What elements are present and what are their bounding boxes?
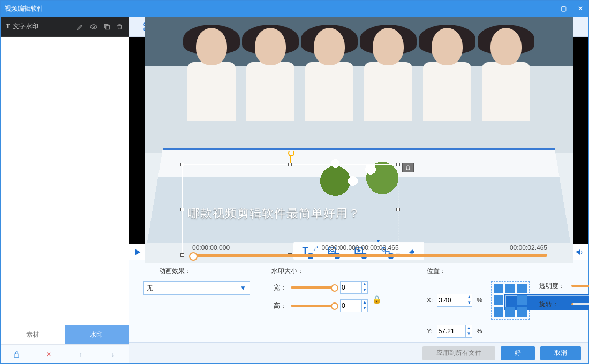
time-range: 00:00:00.000-00:00:02.465 [313, 244, 398, 252]
height-slider[interactable] [291, 305, 336, 307]
height-spinner[interactable]: ▲▼ [340, 299, 368, 312]
sidebar-toolbar: ✕ ↑ ↓ [1, 344, 129, 363]
window-buttons: — ▢ ✕ [542, 5, 584, 12]
visibility-eye-icon[interactable] [89, 23, 98, 31]
sidebar-header: T 文字水印 [1, 17, 129, 37]
sidebar: T 文字水印 [1, 17, 129, 363]
timeline-track[interactable] [192, 254, 547, 257]
anchor-n[interactable] [505, 284, 515, 293]
cancel-button[interactable]: 取消 [540, 346, 581, 360]
main-area: T 文字水印 [1, 17, 588, 363]
y-label: Y: [427, 328, 433, 335]
height-label: 高： [271, 301, 286, 310]
x-spinner[interactable]: ▲▼ [437, 294, 472, 307]
anchor-ne[interactable] [517, 284, 527, 293]
tab-watermark[interactable]: 水印 [65, 325, 129, 344]
move-down-icon[interactable]: ↓ [103, 347, 122, 362]
svg-point-0 [93, 26, 95, 28]
title-bar: 视频编辑软件 — ▢ ✕ [1, 1, 588, 17]
tab-material[interactable]: 素材 [1, 325, 65, 344]
rotate-label: 旋转： [539, 300, 567, 309]
resize-handle-nw[interactable] [180, 163, 184, 166]
anim-select[interactable]: 无 ▼ [143, 281, 250, 295]
time-end: 00:00:02.465 [510, 244, 547, 252]
sidebar-header-label: 文字水印 [13, 22, 39, 31]
pos-label: 位置： [427, 267, 534, 276]
timeline[interactable]: 00:00:00.000 00:00:00.000-00:00:02.465 0… [162, 244, 549, 260]
anchor-s[interactable] [505, 307, 515, 317]
anim-label: 动画效果： [159, 267, 266, 276]
text-watermark-icon: T [6, 22, 10, 31]
content-area: 剪切 旋转和裁剪 特效 水印 音乐 [129, 17, 588, 363]
anchor-grid[interactable] [491, 281, 530, 320]
minimize-button[interactable]: — [542, 5, 550, 12]
lock-icon[interactable] [7, 347, 26, 362]
anchor-se[interactable] [517, 307, 527, 317]
resize-handle-n[interactable] [288, 163, 292, 166]
footer-bar: 应用到所有文件 好 取消 [129, 342, 588, 363]
size-label: 水印大小： [271, 267, 421, 276]
rotate-slider[interactable] [571, 303, 589, 305]
svg-rect-2 [14, 354, 19, 357]
app-window: 视频编辑软件 — ▢ ✕ T 文字水印 [0, 0, 589, 364]
volume-icon[interactable] [575, 248, 584, 256]
time-start: 00:00:00.000 [192, 244, 230, 252]
transport-bar: 00:00:00.000 00:00:00.000-00:00:02.465 0… [129, 244, 588, 260]
edit-pencil-icon[interactable] [313, 245, 319, 251]
opacity-label: 透明度： [539, 282, 567, 291]
width-spinner[interactable]: ▲▼ [340, 281, 368, 294]
window-title: 视频编辑软件 [5, 4, 43, 13]
apply-all-button: 应用到所有文件 [422, 346, 495, 360]
resize-handle-ne[interactable] [396, 163, 400, 166]
y-spinner[interactable]: ▲▼ [437, 325, 472, 338]
preview-frame: 哪款视频剪辑软件最简单好用？ ▾ T+ + + + [145, 17, 573, 263]
rotate-handle-icon[interactable] [286, 150, 294, 163]
delete-trash-icon[interactable] [116, 23, 123, 31]
sidebar-body [1, 37, 129, 325]
anchor-sw[interactable] [494, 307, 503, 317]
resize-handle-e[interactable] [396, 208, 400, 211]
close-button[interactable]: ✕ [577, 5, 584, 12]
duplicate-icon[interactable] [103, 23, 111, 31]
properties-panel: 动画效果： 无 ▼ 水印大小： 宽： ▲▼ 🔒 [129, 260, 588, 342]
move-up-icon[interactable]: ↑ [71, 347, 90, 362]
edit-pencil-icon[interactable] [77, 23, 84, 31]
width-slider[interactable] [291, 286, 336, 289]
video-preview[interactable]: 哪款视频剪辑软件最简单好用？ ▾ T+ + + + [129, 37, 588, 244]
delete-watermark-icon[interactable] [402, 163, 414, 172]
remove-x-icon[interactable]: ✕ [39, 347, 58, 362]
chevron-down-icon: ▼ [240, 284, 246, 292]
opacity-slider[interactable] [571, 285, 589, 287]
resize-handle-w[interactable] [180, 208, 184, 211]
ok-button[interactable]: 好 [501, 346, 535, 360]
x-label: X: [427, 297, 433, 304]
width-label: 宽： [271, 283, 286, 292]
anchor-e[interactable] [517, 295, 527, 305]
anchor-nw[interactable] [494, 284, 503, 293]
anchor-w[interactable] [494, 295, 503, 305]
maximize-button[interactable]: ▢ [560, 5, 567, 12]
sidebar-tabs: 素材 水印 [1, 325, 129, 344]
play-button-icon[interactable] [133, 248, 142, 256]
svg-rect-1 [106, 25, 110, 29]
watermark-text[interactable]: 哪款视频剪辑软件最简单好用？ [188, 206, 360, 222]
